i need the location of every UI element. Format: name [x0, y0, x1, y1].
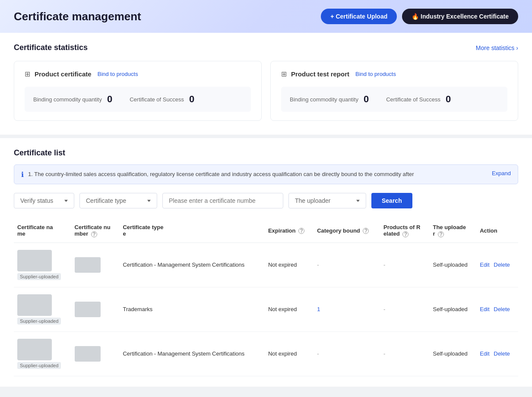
category-bound-cell-0: - — [314, 243, 380, 287]
products-help-icon: ? — [402, 231, 408, 237]
bind-to-products-link-2[interactable]: Bind to products — [355, 71, 396, 77]
cert-name-cell-0: Supplier-uploaded — [14, 243, 71, 287]
cert-type-cell-0: Certification - Management System Certif… — [119, 243, 264, 287]
filters-row: Verify status Certificate type The uploa… — [14, 193, 518, 208]
binding-quantity-item-1: Binding commodity quantity 0 — [33, 94, 112, 105]
stats-section: Certificate statistics More statistics ›… — [0, 33, 532, 138]
success-label-1: Certificate of Success — [130, 96, 184, 103]
cert-tag-0: Supplier-uploaded — [17, 273, 61, 280]
binding-value-2: 0 — [364, 94, 369, 105]
col-expiration: Expiration ? — [265, 219, 314, 243]
success-value-1: 0 — [189, 94, 194, 105]
success-value-2: 0 — [446, 94, 451, 105]
category-link-1[interactable]: 1 — [317, 306, 320, 312]
success-item-1: Certificate of Success 0 — [130, 94, 194, 105]
binding-quantity-item-2: Binding commodity quantity 0 — [290, 94, 369, 105]
cert-tag-2: Supplier-uploaded — [17, 362, 61, 369]
col-uploader: The uploader ? — [429, 219, 476, 243]
search-button[interactable]: Search — [371, 193, 412, 208]
info-icon: ℹ — [21, 170, 24, 179]
verify-status-select[interactable]: Verify status — [14, 193, 74, 208]
more-stats-chevron: › — [516, 44, 518, 51]
action-cell-0: Edit Delete — [476, 243, 518, 287]
cert-thumbnail-2 — [17, 339, 52, 360]
edit-button-1[interactable]: Edit — [480, 306, 489, 312]
products-related-cell-0: - — [380, 243, 429, 287]
certificate-card-icon: ⊞ — [25, 70, 30, 78]
page-header: Certificate management + Certificate Upl… — [0, 0, 532, 33]
cert-number-cell-1 — [71, 287, 120, 331]
stats-header: Certificate statistics More statistics › — [14, 43, 518, 52]
delete-button-0[interactable]: Delete — [494, 262, 510, 268]
table-row: Supplier-uploaded Trademarks Not expired… — [14, 287, 518, 331]
table-row: Supplier-uploaded Certification - Manage… — [14, 331, 518, 376]
action-cell-2: Edit Delete — [476, 331, 518, 376]
header-buttons: + Certificate Upload 🔥 Industry Excellen… — [321, 9, 518, 24]
bind-to-products-link-1[interactable]: Bind to products — [98, 71, 138, 77]
stats-cards: ⊞ Product certificate Bind to products B… — [14, 61, 518, 121]
verify-status-label: Verify status — [20, 197, 53, 204]
uploader-cell-0: Self-uploaded — [429, 243, 476, 287]
uploader-select[interactable]: The uploader — [288, 193, 366, 208]
cert-thumbnail-0 — [17, 250, 52, 271]
col-cert-number: Certificate number ? — [71, 219, 120, 243]
category-bound-cell-1: 1 — [314, 287, 380, 331]
certificate-type-label: Certificate type — [86, 197, 126, 204]
test-report-card-icon: ⊞ — [281, 70, 287, 78]
binding-label-2: Binding commodity quantity — [290, 96, 358, 103]
delete-button-1[interactable]: Delete — [494, 306, 510, 312]
product-certificate-card: ⊞ Product certificate Bind to products B… — [14, 61, 262, 121]
cert-thumbnail-1 — [17, 294, 52, 316]
table-body: Supplier-uploaded Certification - Manage… — [14, 243, 518, 376]
edit-button-0[interactable]: Edit — [480, 262, 489, 268]
category-bound-cell-2: - — [314, 331, 380, 376]
list-title: Certificate list — [14, 148, 518, 158]
uploader-label: The uploader — [295, 197, 331, 204]
stat-card-body-2: Binding commodity quantity 0 Certificate… — [281, 87, 507, 112]
cert-type-cell-2: Certification - Management System Certif… — [119, 331, 264, 376]
certificate-type-select[interactable]: Certificate type — [79, 193, 157, 208]
table-header-row: Certificate name Certificate number ? Ce… — [14, 219, 518, 243]
category-help-icon: ? — [363, 228, 369, 234]
product-test-report-card: ⊞ Product test report Bind to products B… — [270, 61, 518, 121]
info-banner: ℹ 1. The country-limited sales access qu… — [14, 164, 518, 184]
cert-num-thumb-1 — [75, 302, 101, 317]
cert-number-cell-2 — [71, 331, 120, 376]
cert-type-cell-1: Trademarks — [119, 287, 264, 331]
cert-num-thumb-0 — [75, 257, 101, 273]
products-related-cell-1: - — [380, 287, 429, 331]
edit-button-2[interactable]: Edit — [480, 350, 489, 357]
certificate-number-input[interactable] — [162, 193, 283, 208]
list-section: Certificate list ℹ 1. The country-limite… — [0, 138, 532, 387]
col-cert-type: Certificate typee — [119, 219, 264, 243]
col-category-bound: Category bound ? — [314, 219, 380, 243]
expiration-cell-2: Not expired — [265, 331, 314, 376]
expand-button[interactable]: Expand — [492, 170, 511, 176]
info-banner-content: ℹ 1. The country-limited sales access qu… — [21, 170, 414, 179]
more-stats-link[interactable]: More statistics › — [476, 44, 518, 51]
cert-tag-1: Supplier-uploaded — [17, 318, 61, 325]
product-certificate-title: Product certificate — [35, 70, 92, 78]
binding-value-1: 0 — [107, 94, 112, 105]
binding-label-1: Binding commodity quantity — [33, 96, 102, 103]
delete-button-2[interactable]: Delete — [494, 350, 510, 357]
more-stats-label: More statistics — [476, 44, 514, 51]
stat-card-header-2: ⊞ Product test report Bind to products — [281, 70, 507, 78]
verify-status-chevron — [64, 200, 68, 202]
col-action: Action — [476, 219, 518, 243]
expiration-cell-0: Not expired — [265, 243, 314, 287]
stat-card-body-1: Binding commodity quantity 0 Certificate… — [25, 87, 251, 112]
table-header: Certificate name Certificate number ? Ce… — [14, 219, 518, 243]
expiration-help-icon: ? — [298, 228, 304, 234]
certificate-upload-button[interactable]: + Certificate Upload — [321, 9, 397, 24]
cert-num-thumb-2 — [75, 346, 101, 362]
cert-number-cell-0 — [71, 243, 120, 287]
expiration-cell-1: Not expired — [265, 287, 314, 331]
stat-card-header-1: ⊞ Product certificate Bind to products — [25, 70, 251, 78]
product-test-report-title: Product test report — [291, 70, 349, 78]
page-title: Certificate management — [14, 10, 141, 23]
products-related-cell-2: - — [380, 331, 429, 376]
uploader-cell-2: Self-uploaded — [429, 331, 476, 376]
uploader-help-icon: ? — [438, 231, 444, 237]
industry-excellence-button[interactable]: 🔥 Industry Excellence Certificate — [402, 9, 518, 24]
